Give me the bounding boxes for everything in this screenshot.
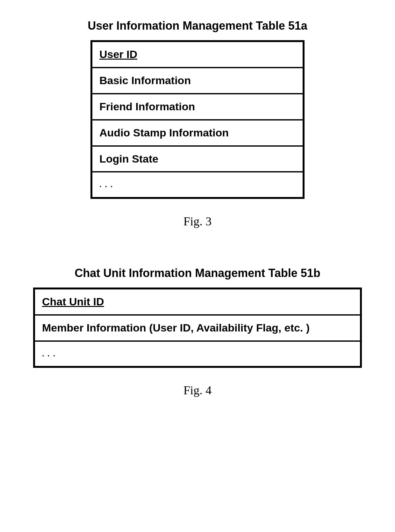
table-row: Login State — [92, 147, 303, 173]
figure-4-section: Chat Unit Information Management Table 5… — [32, 266, 363, 397]
table-row: Member Information (User ID, Availabilit… — [35, 316, 360, 342]
figure-caption: Fig. 4 — [32, 383, 363, 397]
chat-unit-table: Chat Unit ID Member Information (User ID… — [33, 288, 362, 368]
table-row-ellipsis: . . . — [92, 172, 303, 197]
table-row-ellipsis: . . . — [35, 342, 360, 366]
figure-caption: Fig. 3 — [32, 214, 363, 228]
table-row: Audio Stamp Information — [92, 120, 303, 147]
table-row: Friend Information — [92, 94, 303, 120]
table-title: Chat Unit Information Management Table 5… — [32, 266, 363, 280]
user-info-table: User ID Basic Information Friend Informa… — [90, 40, 305, 199]
table-row: User ID — [92, 42, 303, 68]
table-row: Chat Unit ID — [35, 289, 360, 316]
table-row: Basic Information — [92, 68, 303, 94]
table-title: User Information Management Table 51a — [32, 19, 363, 33]
figure-3-section: User Information Management Table 51a Us… — [32, 19, 363, 228]
